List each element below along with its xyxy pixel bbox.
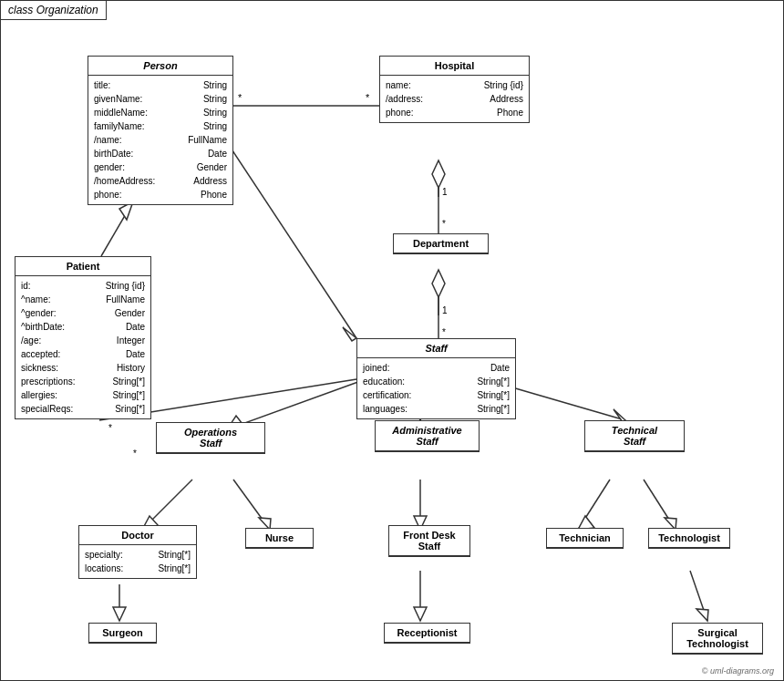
copyright: © uml-diagrams.org <box>702 666 774 676</box>
technician-title: Technician <box>547 529 623 548</box>
person-body: title:String givenName:String middleName… <box>88 76 232 204</box>
class-person: Person title:String givenName:String mid… <box>88 56 233 205</box>
svg-text:1: 1 <box>442 187 448 197</box>
svg-line-15 <box>227 142 356 338</box>
svg-text:*: * <box>442 219 446 229</box>
administrative-staff-title: AdministrativeStaff <box>376 421 479 451</box>
svg-text:*: * <box>133 449 137 459</box>
svg-marker-4 <box>432 160 445 188</box>
surgical-technologist-title: SurgicalTechnologist <box>673 624 762 654</box>
class-receptionist: Receptionist <box>384 623 470 644</box>
svg-line-25 <box>233 480 270 530</box>
class-technician: Technician <box>546 528 624 549</box>
class-front-desk-staff: Front DeskStaff <box>388 525 470 557</box>
svg-marker-9 <box>432 270 445 297</box>
hospital-body: name:String {id} /address:Address phone:… <box>380 76 529 122</box>
svg-line-23 <box>142 480 192 530</box>
svg-line-31 <box>644 480 676 530</box>
receptionist-title: Receptionist <box>385 624 469 643</box>
technical-staff-title: TechnicalStaff <box>585 421 684 451</box>
svg-marker-36 <box>414 607 427 621</box>
class-surgeon: Surgeon <box>88 623 157 644</box>
svg-line-29 <box>578 480 610 530</box>
staff-body: joined:Date education:String[*] certific… <box>357 358 515 418</box>
front-desk-staff-title: Front DeskStaff <box>389 526 469 556</box>
staff-title: Staff <box>357 339 515 358</box>
class-hospital: Hospital name:String {id} /address:Addre… <box>379 56 530 123</box>
svg-line-37 <box>690 571 707 621</box>
class-department: Department <box>393 233 489 254</box>
svg-text:*: * <box>366 92 370 103</box>
person-title: Person <box>88 57 232 76</box>
operations-staff-title: OperationsStaff <box>157 423 264 453</box>
svg-marker-16 <box>343 327 356 341</box>
class-technologist: Technologist <box>648 528 730 549</box>
surgeon-title: Surgeon <box>89 624 156 643</box>
doctor-body: specialty:String[*] locations:String[*] <box>79 545 196 578</box>
svg-text:*: * <box>108 423 112 433</box>
svg-text:*: * <box>238 92 242 103</box>
department-title: Department <box>394 234 488 253</box>
technologist-title: Technologist <box>649 529 729 548</box>
nurse-title: Nurse <box>246 529 313 548</box>
patient-body: id:String {id} ^name:FullName ^gender:Ge… <box>15 276 150 418</box>
class-operations-staff: OperationsStaff <box>156 422 265 454</box>
diagram-container: class Organization * * 1 * 1 * <box>0 0 784 681</box>
class-doctor: Doctor specialty:String[*] locations:Str… <box>78 525 197 579</box>
class-technical-staff: TechnicalStaff <box>584 420 685 452</box>
class-nurse: Nurse <box>245 528 314 549</box>
svg-text:*: * <box>442 327 446 337</box>
class-administrative-staff: AdministrativeStaff <box>375 420 480 452</box>
svg-marker-38 <box>696 609 708 621</box>
svg-text:1: 1 <box>442 305 448 315</box>
patient-title: Patient <box>15 257 150 276</box>
svg-marker-34 <box>113 607 126 621</box>
class-surgical-technologist: SurgicalTechnologist <box>672 623 763 655</box>
svg-line-13 <box>101 201 133 256</box>
diagram-title: class Organization <box>1 1 107 20</box>
doctor-title: Doctor <box>79 526 196 545</box>
hospital-title: Hospital <box>380 57 529 76</box>
class-staff: Staff joined:Date education:String[*] ce… <box>356 338 516 419</box>
class-patient: Patient id:String {id} ^name:FullName ^g… <box>15 256 151 419</box>
